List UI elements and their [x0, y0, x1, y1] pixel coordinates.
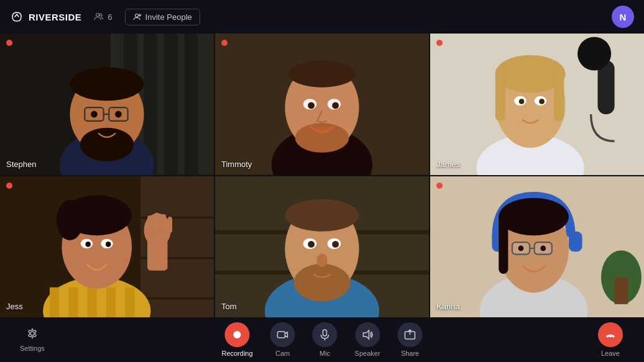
svg-point-19 [115, 111, 122, 118]
recording-indicator-2 [221, 40, 228, 46]
svg-point-71 [285, 199, 359, 231]
face-5 [215, 176, 429, 318]
share-button[interactable]: Share [392, 319, 429, 361]
speaker-button[interactable]: Speaker [349, 319, 387, 361]
settings-button[interactable]: Settings [15, 324, 50, 356]
speaker-label: Speaker [355, 350, 380, 357]
svg-point-63 [85, 242, 91, 247]
participant-name-5: Tom [221, 302, 237, 311]
recording-indicator-1 [6, 40, 12, 46]
cam-label: Cam [275, 350, 290, 357]
phone-end-icon [604, 328, 617, 341]
participant-name-4: Jess [6, 302, 23, 311]
video-cell-3: James [430, 34, 644, 175]
svg-point-18 [91, 111, 98, 118]
avatar[interactable]: N [612, 6, 634, 28]
svg-rect-48 [68, 287, 78, 317]
svg-rect-36 [554, 67, 564, 121]
video-cell-6: Karina [430, 176, 644, 318]
svg-point-28 [332, 102, 339, 109]
user-initial: N [620, 12, 627, 22]
invite-icon [133, 12, 142, 21]
svg-point-77 [316, 253, 327, 267]
logo-text: RIVERSIDE [29, 12, 81, 22]
logo-icon [10, 10, 24, 24]
svg-rect-56 [147, 230, 168, 270]
mic-icon-circle [313, 322, 338, 347]
invite-label: Invite People [145, 12, 192, 22]
video-grid: Stephen Timmoty [0, 34, 644, 317]
face-6 [430, 176, 644, 318]
svg-point-85 [499, 197, 569, 235]
record-icon-circle [225, 322, 250, 347]
svg-point-31 [577, 37, 611, 70]
svg-point-92 [30, 332, 34, 335]
cam-icon [277, 328, 289, 341]
leave-label: Leave [601, 350, 620, 357]
svg-point-13 [70, 67, 144, 101]
svg-rect-10 [185, 34, 198, 175]
video-cell-1: Stephen [0, 34, 214, 175]
svg-marker-97 [363, 330, 369, 339]
participants-count: 6 [108, 12, 112, 22]
face-1 [0, 34, 214, 175]
face-4 [0, 176, 214, 318]
record-icon [232, 330, 242, 340]
participant-video-5 [215, 176, 429, 318]
recording-indicator-6 [436, 183, 443, 189]
invite-button[interactable]: Invite People [125, 9, 200, 25]
share-label: Share [401, 350, 419, 357]
svg-point-27 [308, 102, 315, 109]
svg-point-1 [99, 14, 102, 16]
svg-rect-83 [569, 231, 582, 251]
cam-button[interactable]: Cam [264, 319, 301, 361]
svg-point-72 [294, 263, 351, 301]
svg-point-90 [518, 245, 524, 251]
header-left: RIVERSIDE 6 Invite People [10, 9, 200, 25]
video-cell-5: Tom [215, 176, 429, 318]
svg-rect-95 [323, 330, 327, 336]
svg-rect-45 [140, 297, 214, 299]
svg-rect-60 [168, 217, 173, 233]
svg-point-76 [332, 241, 339, 248]
settings-icon [26, 327, 39, 340]
logo: RIVERSIDE [10, 10, 81, 24]
svg-point-54 [57, 199, 83, 240]
svg-point-0 [96, 14, 99, 17]
svg-rect-50 [106, 287, 116, 317]
recording-indicator-3 [436, 40, 443, 46]
face-2 [215, 34, 429, 175]
share-icon [404, 328, 416, 341]
mic-label: Mic [320, 350, 330, 357]
mic-button[interactable]: Mic [306, 319, 344, 361]
svg-rect-57 [147, 215, 153, 233]
leave-icon-circle [598, 322, 623, 347]
share-icon-circle [398, 322, 423, 347]
record-label: Recording [221, 350, 252, 357]
svg-rect-49 [88, 287, 97, 317]
video-cell-4: Jess [0, 176, 214, 318]
participant-name-1: Stephen [6, 160, 36, 169]
speaker-icon [361, 328, 374, 341]
svg-rect-9 [164, 34, 178, 175]
toolbar: Settings Recording Cam [0, 317, 644, 362]
header-right: N [612, 6, 634, 28]
leave-button[interactable]: Leave [592, 319, 629, 361]
record-button[interactable]: Recording [215, 319, 259, 361]
header: RIVERSIDE 6 Invite People N [0, 0, 644, 34]
svg-rect-47 [50, 287, 59, 317]
svg-point-91 [540, 245, 546, 251]
svg-rect-80 [615, 277, 628, 304]
participant-video-3 [430, 34, 644, 175]
svg-point-64 [106, 242, 111, 247]
svg-rect-58 [154, 212, 160, 233]
participant-video-1 [0, 34, 214, 175]
participant-video-6 [430, 176, 644, 318]
cam-icon-circle [270, 322, 295, 347]
settings-label: Settings [20, 345, 45, 352]
recording-indicator-4 [6, 183, 12, 189]
speaker-icon-circle [355, 322, 380, 347]
mic-icon [319, 328, 331, 341]
svg-point-23 [288, 60, 356, 87]
participant-name-2: Timmoty [221, 160, 252, 169]
